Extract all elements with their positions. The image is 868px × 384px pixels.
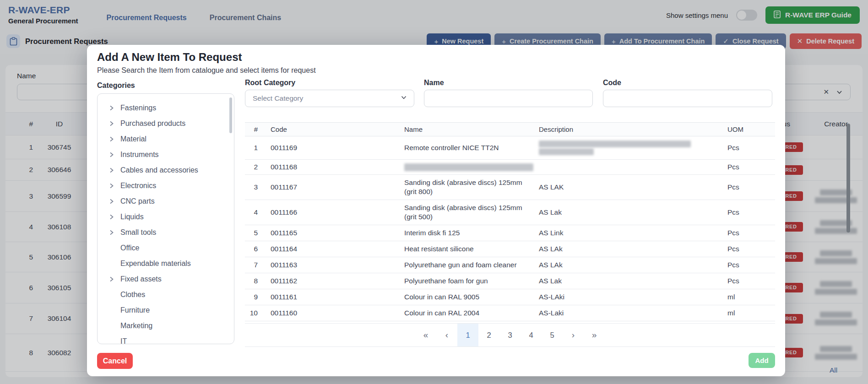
item-name: Sanding disk (abrasive discs) 125mm (gri… <box>401 203 535 222</box>
item-code: 0011166 <box>267 208 401 216</box>
chevron-right-icon[interactable] <box>108 183 114 189</box>
pagination: «‹12345›» <box>245 323 775 347</box>
category-tree-item[interactable]: CNC parts <box>98 194 234 209</box>
catalogue-row[interactable]: 3 0011167 Sanding disk (abrasive discs) … <box>245 175 775 200</box>
category-tree: Fastenings Purchased products Material I… <box>97 93 234 344</box>
chevron-right-icon[interactable] <box>108 229 114 236</box>
item-code: 0011168 <box>267 163 401 171</box>
item-description: AS LAk <box>535 261 724 269</box>
item-name: Polyurethane gun and foam cleaner <box>401 260 535 270</box>
category-label: Cables and accessories <box>120 166 198 174</box>
add-item-modal: Add A New Item To Request Please Search … <box>87 45 785 376</box>
col-num: # <box>245 125 267 133</box>
catalogue-row[interactable]: 7 0011163 Polyurethane gun and foam clea… <box>245 257 775 273</box>
item-name <box>401 163 535 171</box>
catalogue-row[interactable]: 10 0011160 Colour in can RAL 2004 AS-Lak… <box>245 305 775 321</box>
item-uom: ml <box>724 293 775 301</box>
col-description: Description <box>535 125 724 133</box>
page-prev[interactable]: ‹ <box>436 324 457 346</box>
item-uom: Pcs <box>724 163 775 171</box>
category-label: CNC parts <box>120 197 155 206</box>
category-tree-item[interactable]: Furniture <box>98 303 234 318</box>
item-code: 0011163 <box>267 261 401 269</box>
category-tree-item[interactable]: Expendable materials <box>98 256 234 271</box>
row-number: 7 <box>245 261 267 269</box>
chevron-right-icon[interactable] <box>108 276 114 282</box>
category-label: Marketing <box>120 322 152 330</box>
chevron-right-icon[interactable] <box>108 151 114 158</box>
chevron-right-icon[interactable] <box>108 167 114 173</box>
category-tree-item[interactable]: Fixed assets <box>98 271 234 287</box>
chevron-right-icon[interactable] <box>108 120 114 127</box>
category-label: Fixed assets <box>120 275 162 283</box>
item-code-input[interactable] <box>603 90 772 107</box>
item-description: AS LAk <box>535 245 724 253</box>
category-label: Liquids <box>120 213 144 221</box>
page-1[interactable]: 1 <box>457 324 478 346</box>
add-button[interactable]: Add <box>749 353 775 368</box>
item-code: 0011160 <box>267 309 401 317</box>
page-last[interactable]: » <box>584 324 605 346</box>
catalogue-table: # Code Name Description UOM 1 0011169 Re… <box>245 122 775 347</box>
page-2[interactable]: 2 <box>478 324 499 346</box>
item-name: Colour in can RAL 9005 <box>401 292 535 302</box>
chevron-right-icon[interactable] <box>108 105 114 111</box>
item-code-label: Code <box>603 79 621 87</box>
page-4[interactable]: 4 <box>521 324 542 346</box>
item-code: 0011167 <box>267 183 401 191</box>
category-tree-item[interactable]: Marketing <box>98 318 234 334</box>
category-label: IT <box>120 337 127 344</box>
modal-subtitle: Please Search the Item from catalogue an… <box>97 66 316 75</box>
root-category-label: Root Category <box>245 79 295 87</box>
cancel-button[interactable]: Cancel <box>97 353 133 369</box>
item-code: 0011169 <box>267 144 401 152</box>
category-tree-item[interactable]: Liquids <box>98 209 234 225</box>
page-3[interactable]: 3 <box>499 324 521 346</box>
category-label: Fastenings <box>120 104 156 112</box>
col-uom: UOM <box>724 125 775 133</box>
item-uom: Pcs <box>724 183 775 191</box>
page-5[interactable]: 5 <box>542 324 563 346</box>
item-uom: Pcs <box>724 245 775 253</box>
item-uom: Pcs <box>724 229 775 237</box>
root-category-select[interactable]: Select Category <box>245 90 414 107</box>
catalogue-row[interactable]: 8 0011162 Polyurethane foam for gun AS L… <box>245 273 775 289</box>
category-label: Expendable materials <box>120 260 191 268</box>
catalogue-row[interactable]: 2 0011168 Pcs <box>245 160 775 175</box>
row-number: 10 <box>245 309 267 317</box>
category-tree-item[interactable]: Electronics <box>98 178 234 194</box>
tree-scrollbar[interactable] <box>229 97 232 133</box>
catalogue-row[interactable]: 1 0011169 Remote controller NICE TT2N Pc… <box>245 136 775 160</box>
item-uom: ml <box>724 309 775 317</box>
item-uom: Pcs <box>724 277 775 285</box>
catalogue-row[interactable]: 9 0011161 Colour in can RAL 9005 AS-LAki… <box>245 289 775 305</box>
chevron-right-icon[interactable] <box>108 214 114 220</box>
item-uom: Pcs <box>724 208 775 216</box>
category-tree-item[interactable]: Office <box>98 240 234 256</box>
chevron-right-icon[interactable] <box>108 198 114 205</box>
page-first[interactable]: « <box>415 324 436 346</box>
catalogue-row[interactable]: 5 0011165 Interim disk fi 125 AS Link Pc… <box>245 225 775 241</box>
item-name-input[interactable] <box>424 90 593 107</box>
category-tree-item[interactable]: Clothes <box>98 287 234 303</box>
category-tree-item[interactable]: Purchased products <box>98 116 234 131</box>
item-description: AS-Laki <box>535 309 724 317</box>
catalogue-table-header: # Code Name Description UOM <box>245 122 775 136</box>
category-tree-item[interactable]: IT <box>98 334 234 344</box>
catalogue-row[interactable]: 6 0011164 Heat resistant silicone AS LAk… <box>245 241 775 257</box>
catalogue-row[interactable]: 4 0011166 Sanding disk (abrasive discs) … <box>245 200 775 225</box>
item-name: Interim disk fi 125 <box>401 228 535 238</box>
col-name: Name <box>401 125 535 134</box>
item-name: Remote controller NICE TT2N <box>401 143 535 152</box>
chevron-right-icon[interactable] <box>108 136 114 142</box>
category-tree-item[interactable]: Fastenings <box>98 100 234 116</box>
category-tree-item[interactable]: Material <box>98 131 234 147</box>
row-number: 5 <box>245 229 267 237</box>
col-code: Code <box>267 125 401 133</box>
category-tree-item[interactable]: Cables and accessories <box>98 162 234 178</box>
category-label: Instruments <box>120 151 159 159</box>
category-tree-item[interactable]: Small tools <box>98 225 234 240</box>
item-description: AS-LAki <box>535 293 724 301</box>
page-next[interactable]: › <box>563 324 584 346</box>
category-tree-item[interactable]: Instruments <box>98 147 234 162</box>
